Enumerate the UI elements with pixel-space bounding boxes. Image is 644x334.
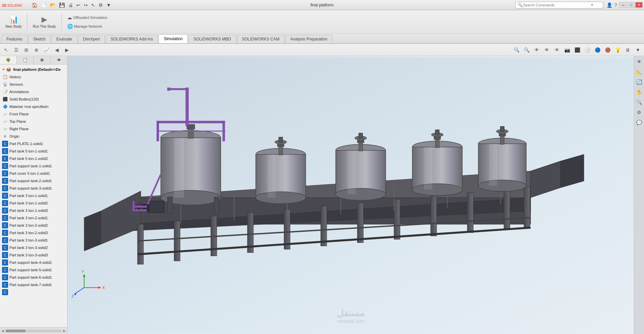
sim-tb-view1[interactable]: 👁 [532, 45, 541, 55]
ri-view-btn-4[interactable]: ✋ [635, 88, 644, 96]
sim-tb-sphere[interactable]: ⚪ [583, 45, 592, 55]
ft-item-solid-bodies[interactable]: ⬛ Solid Bodies(120) [0, 95, 67, 103]
ft-item-support4[interactable]: C Part support tank-4-solid1 [0, 259, 67, 266]
ri-view-btn-3[interactable]: 🔄 [635, 78, 644, 86]
search-area[interactable]: 🔍 ▼ [515, 2, 603, 8]
sim-tb-view3[interactable]: 👁 [552, 45, 562, 55]
ft-item-tank3-1b[interactable]: C Part tank 3 ton-1-solid2 [0, 199, 67, 207]
toolbar2-select-btn[interactable]: ↖ [1, 45, 11, 55]
toolbar2-crosshair-btn[interactable]: ⊕ [32, 45, 41, 55]
ft-item-origin[interactable]: ⊕ Origin [0, 133, 67, 140]
toolbar2-chart-btn[interactable]: 📈 [42, 45, 51, 55]
ft-item-support8[interactable]: C [0, 288, 67, 296]
lp-tab-config[interactable]: ⚙ [34, 56, 51, 64]
ft-item-tank3-1c[interactable]: C Part tank 3 ton-1-solid3 [0, 207, 67, 214]
sim-tb-zoom-in[interactable]: 🔍 [512, 45, 521, 55]
tab-mbd[interactable]: SOLIDWORKS MBD [188, 35, 236, 43]
tab-features[interactable]: Features [1, 35, 27, 43]
ft-item-support7[interactable]: C Part support tank-7-solid1 [0, 281, 67, 288]
new-icon[interactable]: 📄 [39, 2, 48, 8]
close-button[interactable]: ✕ [635, 2, 643, 8]
select-icon[interactable]: ↖ [90, 2, 97, 8]
ft-item-cover[interactable]: C Part cover 5 ton-1-solid1 [0, 170, 67, 177]
ft-item-tank5-1[interactable]: C Part tank 5 ton-1-solid1 [0, 147, 67, 155]
restore-button[interactable]: □ [628, 2, 635, 8]
scroll-thumb[interactable] [5, 330, 26, 332]
run-this-study-button[interactable]: ▶ Run This Study [30, 12, 58, 32]
offloaded-sim-button[interactable]: ☁ Offloaded Simulation [64, 14, 110, 21]
sim-tb-texture[interactable]: 🟤 [603, 45, 612, 55]
ft-item-annotations[interactable]: 📝 Annotations [0, 88, 67, 95]
scroll-track[interactable] [5, 330, 62, 332]
ri-view-btn-6[interactable]: ⚙ [635, 108, 644, 117]
sim-tb-material[interactable]: 🔵 [593, 45, 602, 55]
sim-tb-zoom-out[interactable]: 🔍 [522, 45, 531, 55]
more-icon[interactable]: ▼ [105, 2, 112, 8]
tab-evaluate[interactable]: Evaluate [51, 35, 77, 43]
ri-view-btn-5[interactable]: 🔍 [635, 98, 644, 107]
tree-scrollbar[interactable]: ◀ ▶ [0, 327, 67, 334]
manage-network-button[interactable]: 🌐 Manage Network [64, 23, 110, 30]
ft-item-tank3-3c[interactable]: C Part tank 3 ton-3-solid3 [0, 251, 67, 259]
ft-item-tank3-2a[interactable]: C Part tank 3 ton-2-solid1 [0, 214, 67, 222]
undo-icon[interactable]: ↩ [75, 2, 82, 8]
lp-tab-display[interactable]: 👁 [51, 56, 67, 64]
ft-item-tank3-3a[interactable]: C Part tank 3 ton-3-solid1 [0, 236, 67, 244]
tab-addins[interactable]: SOLIDWORKS Add-Ins [106, 35, 158, 43]
ft-item-tank3-2b[interactable]: C Part tank 3 ton-2-solid2 [0, 222, 67, 229]
ft-item-top-plane[interactable]: ▱ Top Plane [0, 118, 67, 125]
ft-item-support5[interactable]: C Part support tank-5-solid1 [0, 266, 67, 274]
save-icon[interactable]: 💾 [58, 2, 66, 8]
ft-item-support2[interactable]: C Part support tank-2-solid1 [0, 177, 67, 185]
ft-item-plate[interactable]: C Part PLATE-1-solid1 [0, 140, 67, 147]
ri-view-btn-2[interactable]: 📐 [635, 67, 644, 76]
ft-item-tank3-3b[interactable]: C Part tank 3 ton-3-solid2 [0, 244, 67, 251]
viewport[interactable]: X Y Z مستقل mostaql.com [68, 56, 634, 334]
user-icon[interactable]: 👤 [607, 2, 612, 8]
sim-tb-more[interactable]: ▼ [633, 45, 643, 55]
ft-item-sensors[interactable]: 📡 Sensors [0, 81, 67, 88]
sim-tb-light[interactable]: 💡 [613, 45, 622, 55]
search-dropdown-icon[interactable]: ▼ [590, 3, 594, 7]
sim-tb-view2[interactable]: 👁 [542, 45, 552, 55]
sim-tb-view4[interactable]: 📷 [562, 45, 572, 55]
ft-item-tank3-2c[interactable]: C Part tank 3 ton-2-solid3 [0, 229, 67, 236]
help-icon[interactable]: ? [614, 2, 617, 8]
settings-icon[interactable]: ⚙ [97, 2, 104, 8]
ft-item-history[interactable]: 📋 History [0, 73, 67, 81]
ft-item-support3[interactable]: C Part support tank-3-solid1 [0, 185, 67, 192]
tab-dimxpert[interactable]: DimXpert [78, 35, 105, 43]
ft-item-tank5-2[interactable]: C Part tank 5 ton-1-solid2 [0, 155, 67, 162]
home-icon[interactable]: 🏠 [30, 2, 39, 8]
tab-simulation[interactable]: Simulation [159, 34, 188, 43]
ft-item-material[interactable]: 🔷 Material <not specified> [0, 103, 67, 110]
ft-item-right-plane[interactable]: ▱ Right Plane [0, 125, 67, 133]
ri-view-btn-7[interactable]: 💬 [635, 118, 644, 127]
tab-sketch[interactable]: Sketch [28, 35, 51, 43]
toolbar2-left-arrow-btn[interactable]: ◀ [52, 45, 61, 55]
feature-tree[interactable]: ▼ 📦 final platform (Default<<De 📋 Histor… [0, 64, 67, 327]
new-study-button[interactable]: 📊 New Study [3, 12, 24, 32]
ft-item-front-plane[interactable]: ▱ Front Plane [0, 110, 67, 118]
tab-analysis-prep[interactable]: Analysis Preparation [285, 35, 332, 43]
model-header[interactable]: ▼ 📦 final platform (Default<<De [0, 66, 67, 73]
redo-icon[interactable]: ↪ [82, 2, 89, 8]
ri-view-btn-1[interactable]: 👁 [635, 57, 644, 66]
ft-item-tank3-1a[interactable]: C Part tank 3 ton-1-solid1 [0, 192, 67, 199]
scroll-left-icon[interactable]: ◀ [1, 329, 4, 333]
print-icon[interactable]: 🖨 [67, 2, 74, 8]
toolbar2-grid-btn[interactable]: ⊞ [22, 45, 31, 55]
sim-tb-display[interactable]: 🖥 [623, 45, 633, 55]
search-input[interactable] [523, 3, 590, 7]
ft-item-support6[interactable]: C Part support tank-6-solid1 [0, 274, 67, 281]
minimize-button[interactable]: — [619, 2, 627, 8]
toolbar2-list-btn[interactable]: ☰ [11, 45, 21, 55]
toolbar2-right-arrow-btn[interactable]: ▶ [62, 45, 72, 55]
open-icon[interactable]: 📂 [49, 2, 57, 8]
tab-cam[interactable]: SOLIDWORKS CAM [237, 35, 285, 43]
scroll-right-icon[interactable]: ▶ [63, 329, 66, 333]
lp-tab-properties[interactable]: 📋 [17, 56, 34, 64]
lp-tab-feature-manager[interactable]: 🌳 [0, 56, 17, 64]
sim-tb-cube[interactable]: ⬛ [572, 45, 582, 55]
ft-item-support1[interactable]: C Part support tank-1-solid1 [0, 162, 67, 170]
